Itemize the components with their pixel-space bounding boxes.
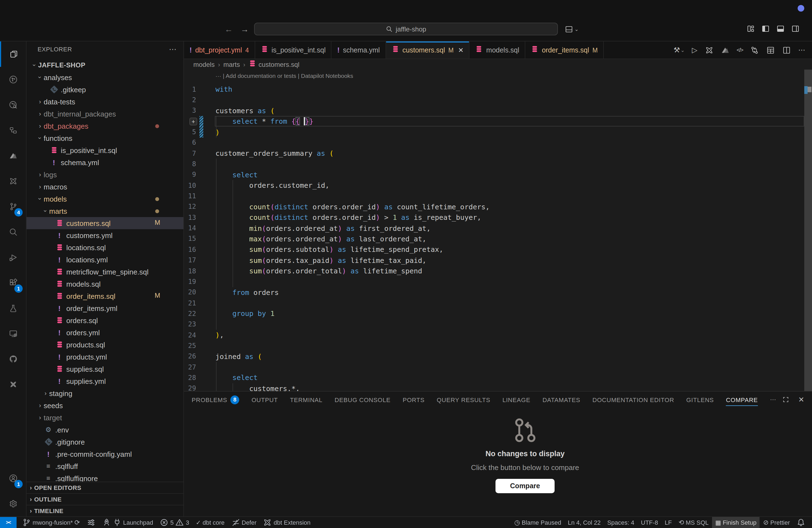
chevron-collapsed-icon[interactable]: › xyxy=(37,98,44,105)
code-line-9[interactable]: 9 select xyxy=(184,170,804,180)
nav-forward-button[interactable]: → xyxy=(238,23,251,35)
panel-tab-lineage[interactable]: LINEAGE xyxy=(503,392,530,408)
chevron-expanded-icon[interactable]: › xyxy=(37,134,43,142)
query-grid-button[interactable] xyxy=(766,46,775,54)
breadcrumb-item-marts[interactable]: marts xyxy=(223,60,240,68)
code-line-18[interactable]: 18 sum(orders.order_total) as lifetime_s… xyxy=(184,266,804,276)
code-line-11[interactable]: 11 xyxy=(184,191,804,202)
chevron-collapsed-icon[interactable]: › xyxy=(37,111,44,117)
tree-item-customers.sql[interactable]: customers.sqlM xyxy=(27,217,184,229)
tree-item-orders.sql[interactable]: orders.sql xyxy=(27,314,184,326)
activity-remote-explorer[interactable] xyxy=(0,321,26,346)
tree-item-orders.yml[interactable]: !orders.yml xyxy=(27,326,184,339)
panel-tab-terminal[interactable]: TERMINAL xyxy=(290,392,323,408)
customize-layout-icon[interactable] xyxy=(746,24,755,33)
code-line-25[interactable]: 25 xyxy=(184,340,804,351)
tree-item-locations.yml[interactable]: !locations.yml xyxy=(27,253,184,266)
status-cursor-position[interactable]: Ln 4, Col 22 xyxy=(565,517,604,528)
status-dbt-extension[interactable]: dbt Extension xyxy=(260,517,314,528)
activity-run-debug[interactable] xyxy=(0,245,26,270)
status-eol[interactable]: LF xyxy=(662,517,675,528)
tab-dbt_project.yml[interactable]: !dbt_project.yml4 xyxy=(184,41,255,59)
tree-item-supplies.sql[interactable]: supplies.sql xyxy=(27,363,184,375)
section-timeline[interactable]: ›TIMELINE xyxy=(27,505,184,516)
tree-item-.env[interactable]: ⚙.env xyxy=(27,424,184,436)
run-query-button[interactable]: ▷ xyxy=(692,46,697,54)
code-line-29[interactable]: 29 customers.*, xyxy=(184,383,804,391)
tree-item-staging[interactable]: ›staging xyxy=(27,387,184,399)
compare-button[interactable]: Compare xyxy=(496,479,554,493)
activity-dbt-explore[interactable] xyxy=(0,92,26,118)
code-line-19[interactable]: 19 xyxy=(184,276,804,287)
close-panel-icon[interactable]: ✕ xyxy=(798,395,804,404)
chevron-collapsed-icon[interactable]: › xyxy=(42,390,49,397)
status-encoding[interactable]: UTF-8 xyxy=(638,517,662,528)
status-prettier[interactable]: ⊘Prettier xyxy=(760,517,793,528)
tree-item-data-tests[interactable]: ›data-tests xyxy=(27,96,184,108)
tree-item-products.sql[interactable]: products.sql xyxy=(27,339,184,351)
status-indentation[interactable]: Spaces: 4 xyxy=(604,517,638,528)
code-line-28[interactable]: 28 select xyxy=(184,372,804,383)
tree-item-order_items.sql[interactable]: order_items.sqlM xyxy=(27,290,184,302)
activity-accounts[interactable]: 1 xyxy=(0,466,26,491)
section-outline[interactable]: ›OUTLINE xyxy=(27,493,184,505)
split-editor-button[interactable] xyxy=(782,46,791,54)
chevron-expanded-icon[interactable]: › xyxy=(37,74,43,81)
tab-order_items.sql[interactable]: order_items.sqlM xyxy=(525,41,604,59)
code-line-27[interactable]: 27 xyxy=(184,362,804,372)
panel-tab-gitlens[interactable]: GITLENS xyxy=(686,392,714,408)
activity-source-control[interactable]: 4 xyxy=(0,194,26,219)
status-dbt-core[interactable]: ✓dbt core xyxy=(192,517,228,528)
code-line-14[interactable]: 14 min(orders.ordered_at) as first_order… xyxy=(184,223,804,234)
tree-item-macros[interactable]: ›macros xyxy=(27,180,184,193)
explorer-more-actions-icon[interactable]: ⋯ xyxy=(169,45,177,54)
git-compare-button[interactable] xyxy=(750,46,759,54)
status-problems[interactable]: 53 xyxy=(157,517,193,528)
codelens-actions[interactable]: ··· | Add documentation or tests | Datap… xyxy=(215,72,353,79)
tab-schema.yml[interactable]: !schema.yml xyxy=(332,41,386,59)
status-finish-setup[interactable]: ▦Finish Setup xyxy=(712,517,760,528)
panel-tab-problems[interactable]: PROBLEMS8 xyxy=(192,392,240,408)
tree-item-marts[interactable]: ›marts xyxy=(27,205,184,217)
code-line-20[interactable]: 20 from orders xyxy=(184,287,804,298)
code-line-2[interactable]: 2 xyxy=(184,95,804,105)
open-code-button[interactable]: </> xyxy=(737,47,743,53)
section-open-editors[interactable]: ›OPEN EDITORS xyxy=(27,482,184,493)
status-git-branch[interactable]: mwong-fusion*⟳ xyxy=(19,517,83,528)
code-line-13[interactable]: 13 count(distinct orders.order_id) > 1 a… xyxy=(184,212,804,223)
dbt-power-user-action-button[interactable] xyxy=(705,46,713,54)
breadcrumb-item-customers.sql[interactable]: customers.sql xyxy=(249,60,300,69)
tree-item-schema.yml[interactable]: !schema.yml xyxy=(27,156,184,168)
editor-scrollbar[interactable] xyxy=(804,70,812,391)
activity-model-graph[interactable] xyxy=(0,118,26,143)
activity-explorer[interactable] xyxy=(0,41,26,67)
tree-item-analyses[interactable]: ›analyses xyxy=(27,71,184,84)
scrollbar-thumb[interactable] xyxy=(804,70,812,391)
remote-indicator[interactable]: >< xyxy=(0,517,17,528)
dbt-build-button[interactable]: ⚒⌄ xyxy=(673,46,685,54)
activity-search[interactable] xyxy=(0,219,26,245)
tree-item-jaffle-shop[interactable]: ›JAFFLE-SHOP xyxy=(27,59,184,71)
panel-tab--[interactable]: ⋯ xyxy=(770,392,777,408)
code-line-6[interactable]: 6 xyxy=(184,137,804,148)
tree-item-.pre-commit-config.yaml[interactable]: !.pre-commit-config.yaml xyxy=(27,448,184,460)
code-editor[interactable]: ··· | Add documentation or tests | Datap… xyxy=(184,70,812,391)
status-language-mode[interactable]: ⟲MS SQL xyxy=(675,517,712,528)
tree-item-models[interactable]: ›models xyxy=(27,193,184,205)
status-blame[interactable]: ◷Blame Paused xyxy=(511,517,565,528)
panel-tab-documentation-editor[interactable]: DOCUMENTATION EDITOR xyxy=(592,392,674,408)
toggle-panel-icon[interactable] xyxy=(776,24,785,33)
code-line-12[interactable]: 12 count(distinct orders.order_id) as co… xyxy=(184,202,804,212)
code-line-23[interactable]: 23 xyxy=(184,319,804,330)
tab-models.sql[interactable]: models.sql xyxy=(470,41,526,59)
nav-back-button[interactable]: ← xyxy=(222,23,235,35)
tree-item-order_items.yml[interactable]: !order_items.yml xyxy=(27,302,184,314)
panel-tab-datamates[interactable]: DATAMATES xyxy=(542,392,580,408)
toggle-primary-sidebar-icon[interactable] xyxy=(761,24,770,33)
code-line-10[interactable]: 10 orders.customer_id, xyxy=(184,180,804,191)
chevron-collapsed-icon[interactable]: › xyxy=(37,122,44,129)
tab-is_positive_int.sql[interactable]: is_positive_int.sql xyxy=(255,41,332,59)
activity-github[interactable] xyxy=(0,346,26,372)
tree-item-seeds[interactable]: ›seeds xyxy=(27,399,184,411)
code-line-15[interactable]: 15 max(orders.ordered_at) as last_ordere… xyxy=(184,234,804,245)
